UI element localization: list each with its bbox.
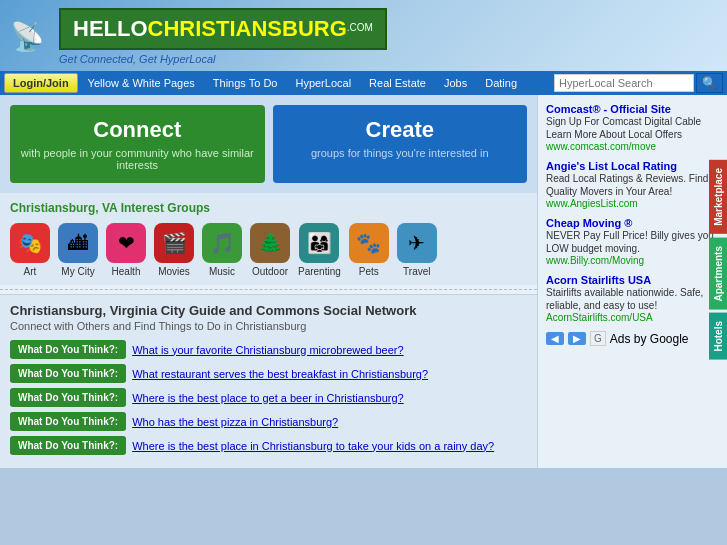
connect-subtitle: with people in your community who have s… xyxy=(20,147,255,171)
interest-icon-travel: ✈ xyxy=(397,223,437,263)
interest-item-my-city[interactable]: 🏙 My City xyxy=(58,223,98,277)
interest-item-art[interactable]: 🎭 Art xyxy=(10,223,50,277)
ads-list: Comcast® - Official Site Sign Up For Com… xyxy=(546,103,719,323)
login-join-button[interactable]: Login/Join xyxy=(4,73,78,93)
question-row-0: What Do You Think?: What is your favorit… xyxy=(10,340,527,359)
interest-label-outdoor: Outdoor xyxy=(252,266,288,277)
ad-item-2: Cheap Moving ® NEVER Pay Full Price! Bil… xyxy=(546,217,719,266)
connect-create-section: Connect with people in your community wh… xyxy=(0,95,537,193)
ad-url-1: www.AngiesList.com xyxy=(546,198,719,209)
ad-url-0: www.comcast.com/move xyxy=(546,141,719,152)
create-button[interactable]: Create groups for things you're interest… xyxy=(273,105,528,183)
interest-groups-section: Christiansburg, VA Interest Groups 🎭 Art… xyxy=(0,193,537,285)
interest-icon-parenting: 👨‍👩‍👧 xyxy=(299,223,339,263)
question-link-2[interactable]: Where is the best place to get a beer in… xyxy=(132,392,403,404)
marketplace-tab[interactable]: Marketplace xyxy=(709,160,727,234)
interest-icon-movies: 🎬 xyxy=(154,223,194,263)
interest-icon-my city: 🏙 xyxy=(58,223,98,263)
hyperlocal-link[interactable]: HyperLocal xyxy=(287,74,359,92)
ad-item-3: Acorn Stairlifts USA Stairlifts availabl… xyxy=(546,274,719,323)
question-link-3[interactable]: Who has the best pizza in Christiansburg… xyxy=(132,416,338,428)
jobs-link[interactable]: Jobs xyxy=(436,74,475,92)
ad-url-3: AcornStairlifts.com/USA xyxy=(546,312,719,323)
antenna-icon: 📡 xyxy=(10,20,45,53)
interest-icon-art: 🎭 xyxy=(10,223,50,263)
ad-text-0: Sign Up For Comcast Digital Cable Learn … xyxy=(546,115,719,141)
interest-icon-outdoor: 🌲 xyxy=(250,223,290,263)
question-link-0[interactable]: What is your favorite Christiansburg mic… xyxy=(132,344,403,356)
main-content: Connect with people in your community wh… xyxy=(0,95,727,468)
interest-item-pets[interactable]: 🐾 Pets xyxy=(349,223,389,277)
city-guide-section: Christiansburg, Virginia City Guide and … xyxy=(0,294,537,468)
site-tagline: Get Connected, Get HyperLocal xyxy=(59,53,387,65)
ad-item-1: Angie's List Local Rating Read Local Rat… xyxy=(546,160,719,209)
right-sidebar: Comcast® - Official Site Sign Up For Com… xyxy=(537,95,727,468)
search-area: 🔍 xyxy=(554,73,723,93)
interest-groups-title: Christiansburg, VA Interest Groups xyxy=(10,201,527,215)
ad-title-3[interactable]: Acorn Stairlifts USA xyxy=(546,274,719,286)
wdyt-button-2[interactable]: What Do You Think?: xyxy=(10,388,126,407)
interest-item-outdoor[interactable]: 🌲 Outdoor xyxy=(250,223,290,277)
interest-item-parenting[interactable]: 👨‍👩‍👧 Parenting xyxy=(298,223,341,277)
real-estate-link[interactable]: Real Estate xyxy=(361,74,434,92)
interest-icon-pets: 🐾 xyxy=(349,223,389,263)
logo-city: CHRISTIANSBURG xyxy=(148,16,347,41)
question-link-1[interactable]: What restaurant serves the best breakfas… xyxy=(132,368,428,380)
dating-link[interactable]: Dating xyxy=(477,74,525,92)
logo-com: .COM xyxy=(347,22,373,33)
right-tabs: Marketplace Apartments Hotels xyxy=(709,160,727,360)
interest-label-travel: Travel xyxy=(403,266,430,277)
create-subtitle: groups for things you're interested in xyxy=(283,147,518,159)
interest-item-travel[interactable]: ✈ Travel xyxy=(397,223,437,277)
search-input[interactable] xyxy=(554,74,694,92)
city-guide-subtitle: Connect with Others and Find Things to D… xyxy=(10,320,527,332)
interest-icons-list: 🎭 Art 🏙 My City ❤ Health 🎬 Movies 🎵 Musi… xyxy=(10,223,527,277)
question-row-1: What Do You Think?: What restaurant serv… xyxy=(10,364,527,383)
section-divider xyxy=(0,289,537,290)
ads-by-google: ◀ ▶ G Ads by Google xyxy=(546,331,719,346)
question-row-4: What Do You Think?: Where is the best pl… xyxy=(10,436,527,455)
wdyt-button-3[interactable]: What Do You Think?: xyxy=(10,412,126,431)
interest-label-my city: My City xyxy=(61,266,94,277)
logo-hello: HELLO xyxy=(73,16,148,41)
interest-label-movies: Movies xyxy=(158,266,190,277)
interest-label-pets: Pets xyxy=(359,266,379,277)
interest-label-parenting: Parenting xyxy=(298,266,341,277)
interest-icon-music: 🎵 xyxy=(202,223,242,263)
wdyt-button-4[interactable]: What Do You Think?: xyxy=(10,436,126,455)
ad-title-1[interactable]: Angie's List Local Rating xyxy=(546,160,719,172)
ad-title-0[interactable]: Comcast® - Official Site xyxy=(546,103,719,115)
city-guide-title: Christiansburg, Virginia City Guide and … xyxy=(10,303,527,318)
things-to-do-link[interactable]: Things To Do xyxy=(205,74,286,92)
interest-label-health: Health xyxy=(112,266,141,277)
interest-item-music[interactable]: 🎵 Music xyxy=(202,223,242,277)
questions-list: What Do You Think?: What is your favorit… xyxy=(10,340,527,455)
google-next-btn[interactable]: ▶ xyxy=(568,332,586,345)
hotels-tab[interactable]: Hotels xyxy=(709,313,727,360)
interest-label-music: Music xyxy=(209,266,235,277)
wdyt-button-0[interactable]: What Do You Think?: xyxy=(10,340,126,359)
wdyt-button-1[interactable]: What Do You Think?: xyxy=(10,364,126,383)
search-button[interactable]: 🔍 xyxy=(696,73,723,93)
ad-text-3: Stairlifts available nationwide. Safe, r… xyxy=(546,286,719,312)
ad-url-2: www.Billy.com/Moving xyxy=(546,255,719,266)
google-icon: G xyxy=(590,331,606,346)
create-title: Create xyxy=(283,117,518,143)
interest-item-health[interactable]: ❤ Health xyxy=(106,223,146,277)
yellow-white-link[interactable]: Yellow & White Pages xyxy=(80,74,203,92)
ads-by-google-label: Ads by Google xyxy=(610,332,689,346)
interest-label-art: Art xyxy=(24,266,37,277)
apartments-tab[interactable]: Apartments xyxy=(709,238,727,310)
ad-text-1: Read Local Ratings & Reviews. Find Quali… xyxy=(546,172,719,198)
ad-title-2[interactable]: Cheap Moving ® xyxy=(546,217,719,229)
question-link-4[interactable]: Where is the best place in Christiansbur… xyxy=(132,440,494,452)
question-row-2: What Do You Think?: Where is the best pl… xyxy=(10,388,527,407)
google-prev-btn[interactable]: ◀ xyxy=(546,332,564,345)
site-logo[interactable]: HELLOCHRISTIANSBURG.COM xyxy=(59,8,387,50)
connect-button[interactable]: Connect with people in your community wh… xyxy=(10,105,265,183)
ad-item-0: Comcast® - Official Site Sign Up For Com… xyxy=(546,103,719,152)
interest-item-movies[interactable]: 🎬 Movies xyxy=(154,223,194,277)
center-content: Connect with people in your community wh… xyxy=(0,95,537,468)
main-navbar: Login/Join Yellow & White Pages Things T… xyxy=(0,71,727,95)
connect-title: Connect xyxy=(20,117,255,143)
